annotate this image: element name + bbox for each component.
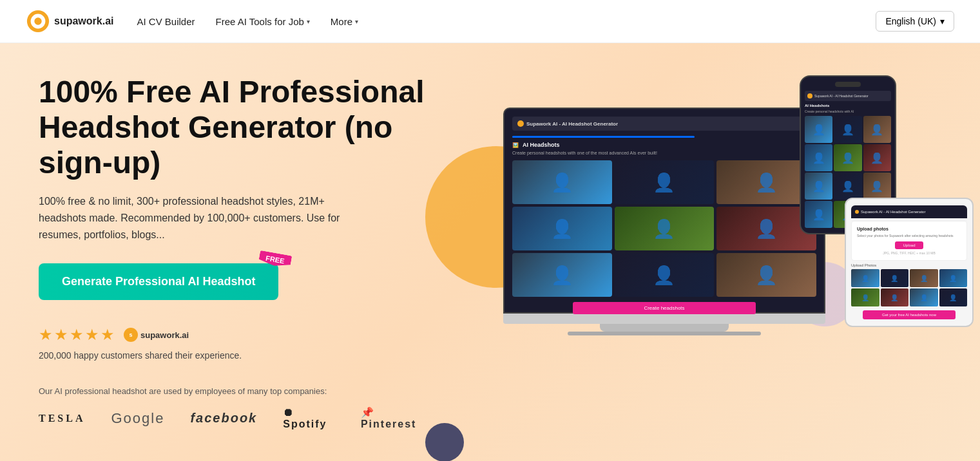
tablet-cell: 👤 (851, 269, 879, 287)
google-logo: Google (111, 410, 164, 427)
phone-cell: 👤 (834, 144, 861, 171)
svg-point-2 (34, 17, 41, 24)
phone-cell: 👤 (863, 173, 891, 200)
laptop-cell: 👤 (615, 160, 715, 204)
star-rating: ★★★★★ (39, 326, 116, 344)
laptop-screen: Supawork AI - AI Headshot Generator 🖼️ A… (503, 108, 825, 314)
hero-section: 100% Free AI Professional Headshot Gener… (0, 43, 980, 461)
tablet-header-text: Supawork AI - AI Headshot Generator (861, 210, 925, 214)
nav-more[interactable]: More ▾ (331, 16, 358, 27)
tablet-header: Supawork AI - AI Headshot Generator (851, 205, 967, 218)
tablet-cell: 👤 (939, 288, 968, 306)
laptop-cell: 👤 (716, 253, 816, 297)
laptop-cell: 👤 (512, 207, 612, 250)
laptop-base (503, 314, 825, 324)
review-text: 200,000 happy customers shared their exp… (39, 350, 425, 361)
phone-notch (835, 82, 861, 87)
laptop-create-button[interactable]: Create headshots (573, 302, 755, 314)
laptop-cell: 👤 (512, 253, 612, 297)
laptop-title-row: 🖼️ AI Headshots (512, 142, 816, 148)
hero-subtitle: 100% free & no limit, 300+ professional … (39, 193, 374, 243)
laptop-logo: Supawork AI - AI Headshot Generator (517, 120, 618, 127)
tablet-body: Supawork AI - AI Headshot Generator Uplo… (845, 198, 974, 327)
tablet-cell: 👤 (881, 288, 909, 306)
laptop-foot (568, 332, 761, 335)
laptop-cell: 👤 (615, 207, 715, 250)
hero-left: 100% Free AI Professional Headshot Gener… (39, 74, 425, 430)
laptop-cell: 👤 (615, 253, 715, 297)
logo[interactable]: supawork.ai (26, 9, 113, 33)
cta-wrapper: Generate Professional AI Headshot FREE (39, 263, 278, 300)
company-logos: TESLA Google facebook ⏺ Spotify 📌 Pinter… (39, 406, 425, 430)
phone-bar: Supawork AI - AI Headshot Generator (805, 91, 891, 101)
logo-icon (26, 9, 50, 33)
laptop-photo-grid: 👤 👤 👤 👤 👤 👤 👤 👤 👤 (512, 160, 816, 297)
chevron-down-icon: ▾ (940, 16, 945, 26)
laptop-bar: Supawork AI - AI Headshot Generator (512, 117, 816, 131)
tablet-action-button[interactable]: Get your free AI headshots now (863, 310, 956, 319)
logo-text: supawork.ai (54, 15, 113, 27)
phone-bar-text: Supawork AI - AI Headshot Generator (814, 94, 869, 98)
language-selector[interactable]: English (UK) ▾ (876, 11, 954, 32)
phone-cell: 👤 (805, 173, 832, 200)
phone-cell: 👤 (805, 116, 832, 143)
phone-cell: 👤 (805, 201, 832, 228)
tablet-upload-hint: JPG, PNG, TIFF, HEIC + max 10 MB (857, 251, 961, 255)
tablet-cell: 👤 (851, 288, 879, 306)
nav-links: AI CV Builder Free AI Tools for Job ▾ Mo… (137, 16, 876, 27)
laptop-stand (600, 324, 729, 332)
phone-subtitle: Create personal headshots with AI (805, 109, 891, 113)
chevron-down-icon: ▾ (355, 18, 358, 25)
rating-row: ★★★★★ s supawork.ai (39, 326, 425, 344)
tablet-mockup: Supawork AI - AI Headshot Generator Uplo… (845, 198, 974, 327)
tablet-photos-label: Upload Photos (851, 263, 967, 267)
tablet-cell: 👤 (939, 269, 968, 287)
hero-right: Supawork AI - AI Headshot Generator 🖼️ A… (452, 69, 980, 461)
laptop-mockup: Supawork AI - AI Headshot Generator 🖼️ A… (503, 108, 825, 335)
laptop-cell: 👤 (512, 160, 612, 204)
spotify-logo: ⏺ Spotify (283, 407, 335, 430)
phone-cell: 👤 (805, 144, 832, 171)
tablet-upload-title: Upload photos (857, 227, 961, 231)
tablet-upload-area: Upload photos Select your photos for Sup… (851, 221, 967, 261)
phone-cell: 👤 (863, 116, 891, 143)
nav-free-tools[interactable]: Free AI Tools for Job ▾ (216, 16, 310, 27)
rating-logo: s supawork.ai (124, 328, 189, 342)
laptop-screen-title: AI Headshots (523, 142, 560, 148)
nav-cv-builder[interactable]: AI CV Builder (137, 16, 195, 27)
pinterest-logo: 📌 Pinterest (361, 406, 425, 430)
hero-title: 100% Free AI Professional Headshot Gener… (39, 74, 425, 181)
phone-cell: 👤 (834, 116, 861, 143)
navbar: supawork.ai AI CV Builder Free AI Tools … (0, 0, 980, 43)
nav-right: English (UK) ▾ (876, 11, 954, 32)
tablet-cell: 👤 (910, 288, 938, 306)
tablet-photo-grid: 👤 👤 👤 👤 👤 👤 👤 👤 (851, 269, 967, 306)
phone-cell: 👤 (834, 173, 861, 200)
chevron-down-icon: ▾ (307, 18, 310, 25)
tablet-cell: 👤 (910, 269, 938, 287)
facebook-logo: facebook (190, 411, 257, 426)
tablet-upload-subtitle: Select your photos for Supawork after se… (857, 234, 961, 238)
phone-title: AI Headshots (805, 104, 891, 108)
laptop-progress-bar (512, 136, 695, 138)
tesla-logo: TESLA (39, 413, 85, 424)
tablet-cell: 👤 (881, 269, 909, 287)
companies-label: Our AI professional headshot are used by… (39, 386, 425, 396)
rating-logo-dot: s (124, 328, 138, 342)
cta-button[interactable]: Generate Professional AI Headshot (39, 263, 278, 300)
phone-cell: 👤 (863, 144, 891, 171)
tablet-upload-button[interactable]: Upload (895, 241, 923, 249)
laptop-screen-subtitle: Create personal headshots with one of th… (512, 151, 816, 155)
